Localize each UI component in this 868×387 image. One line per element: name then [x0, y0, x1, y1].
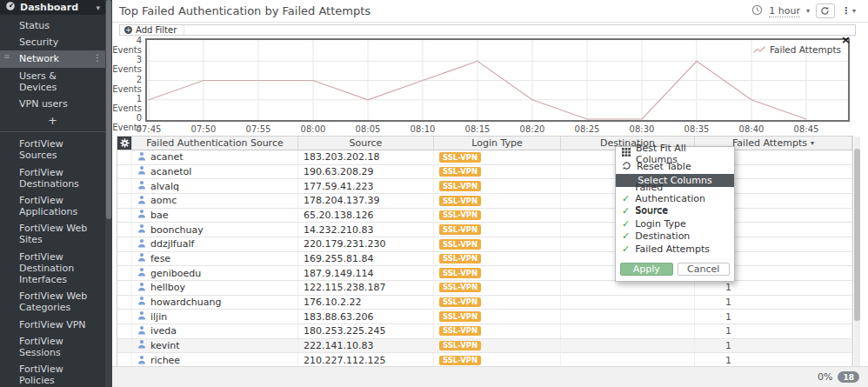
more-options-button[interactable]: ⋮ ▾: [841, 5, 856, 17]
column-header-source[interactable]: Source: [298, 137, 434, 150]
cell-failed-auth-source[interactable]: iljin: [132, 310, 298, 324]
sidebar-item-status[interactable]: Status: [0, 17, 105, 34]
cell-login-type[interactable]: SSL-VPN: [434, 339, 561, 353]
refresh-button[interactable]: [816, 3, 835, 18]
cell-failed-auth-source[interactable]: acanet: [132, 150, 298, 164]
cell-login-type[interactable]: SSL-VPN: [434, 209, 561, 223]
sidebar-item-fortiview-destinations[interactable]: FortiView Destinations: [0, 164, 105, 192]
sidebar-item-security[interactable]: Security: [0, 34, 105, 50]
table-scrollbar[interactable]: [854, 137, 860, 366]
cell-login-type[interactable]: SSL-VPN: [434, 252, 561, 266]
cell-source-ip[interactable]: 176.10.2.22: [298, 296, 434, 310]
sidebar-item-users-devices[interactable]: Users & Devices: [0, 68, 105, 96]
cell-login-type[interactable]: SSL-VPN: [434, 281, 561, 295]
cell-login-type[interactable]: SSL-VPN: [434, 150, 561, 164]
cell-source-ip[interactable]: 122.115.238.187: [298, 281, 434, 295]
sidebar-scrollbar[interactable]: [105, 0, 112, 387]
sidebar-item-fortiview-sources[interactable]: FortiView Sources: [0, 136, 105, 163]
cell-failed-auth-source[interactable]: geniboedu: [132, 266, 298, 280]
sidebar-item-fortiview-applications[interactable]: FortiView Applications: [0, 192, 105, 220]
sidebar-item-fortiview-sessions[interactable]: FortiView Sessions: [0, 333, 105, 361]
cell-failed-attempts[interactable]: 1: [695, 339, 852, 353]
cell-source-ip[interactable]: 169.255.81.84: [298, 252, 434, 266]
cell-failed-auth-source[interactable]: bae: [132, 209, 298, 223]
cell-login-type[interactable]: SSL-VPN: [434, 194, 561, 208]
table-row[interactable]: alvalq 177.59.41.223 SSL-VPN 1: [117, 179, 852, 194]
cell-source-ip[interactable]: 220.179.231.230: [298, 237, 434, 251]
cell-destination[interactable]: [561, 281, 695, 295]
cell-source-ip[interactable]: 177.59.41.223: [298, 179, 434, 193]
sidebar-item-network[interactable]: ≡Network⋮: [0, 50, 105, 67]
table-row[interactable]: howardchuang 176.10.2.22 SSL-VPN 1: [117, 296, 852, 310]
table-row[interactable]: fese 169.255.81.84 SSL-VPN 1: [117, 252, 852, 267]
filter-bar[interactable]: + Add Filter: [119, 24, 856, 36]
cell-failed-auth-source[interactable]: kevint: [132, 339, 298, 353]
chart-close-icon[interactable]: ×: [841, 34, 851, 45]
add-filter-button[interactable]: + Add Filter: [120, 25, 184, 35]
column-header-failed-auth-source[interactable]: Failed Authentication Source: [132, 137, 298, 150]
cell-login-type[interactable]: SSL-VPN: [434, 296, 561, 310]
menu-item-best-fit-all-columns[interactable]: Best Fit All Columns: [616, 147, 734, 160]
cell-login-type[interactable]: SSL-VPN: [434, 179, 561, 193]
cell-login-type[interactable]: SSL-VPN: [434, 237, 561, 251]
sidebar-scrollbar-thumb[interactable]: [106, 0, 111, 219]
sidebar-item-fortiview-web-sites[interactable]: FortiView Web Sites: [0, 220, 105, 248]
cell-source-ip[interactable]: 14.232.210.83: [298, 223, 434, 237]
apply-button[interactable]: Apply: [620, 263, 673, 276]
sidebar-header-dashboard[interactable]: Dashboard ▾: [0, 0, 105, 15]
cell-failed-attempts[interactable]: 1: [695, 281, 852, 295]
cell-source-ip[interactable]: 183.88.63.206: [298, 310, 434, 324]
table-row[interactable]: acanet 183.203.202.18 SSL-VPN 1: [117, 150, 852, 165]
cell-failed-attempts[interactable]: 1: [695, 324, 852, 338]
table-row[interactable]: boonchuay 14.232.210.83 SSL-VPN 1: [117, 223, 852, 237]
table-row[interactable]: iveda 180.253.225.245 SSL-VPN 1: [117, 324, 852, 339]
table-row[interactable]: bae 65.20.138.126 SSL-VPN 1: [117, 209, 852, 224]
cell-login-type[interactable]: SSL-VPN: [434, 223, 561, 237]
menu-column-option-login-type[interactable]: ✓Login Type: [616, 217, 734, 230]
sidebar-item-fortiview-web-categories[interactable]: FortiView Web Categories: [0, 288, 105, 316]
menu-column-option-failed-attempts[interactable]: ✓Failed Attempts: [616, 243, 734, 256]
table-row[interactable]: hellboy 122.115.238.187 SSL-VPN 1: [117, 281, 852, 296]
table-row[interactable]: geniboedu 187.9.149.114 SSL-VPN 1: [117, 266, 852, 281]
cell-destination[interactable]: [561, 324, 695, 338]
cell-source-ip[interactable]: 65.20.138.126: [298, 209, 434, 223]
menu-column-option-destination[interactable]: ✓Destination: [616, 230, 734, 244]
cell-source-ip[interactable]: 190.63.208.29: [298, 165, 434, 179]
cell-failed-attempts[interactable]: 1: [695, 310, 852, 324]
cell-failed-auth-source[interactable]: acanetol: [132, 165, 298, 179]
cell-source-ip[interactable]: 178.204.137.39: [298, 194, 434, 208]
cell-login-type[interactable]: SSL-VPN: [434, 310, 561, 324]
table-row[interactable]: ddzjlfualf 220.179.231.230 SSL-VPN 1: [117, 237, 852, 252]
cancel-button[interactable]: Cancel: [678, 263, 731, 276]
cell-source-ip[interactable]: 222.141.10.83: [298, 339, 434, 353]
cell-destination[interactable]: [561, 310, 695, 324]
cell-failed-auth-source[interactable]: ddzjlfualf: [132, 237, 298, 251]
menu-column-option-failed-authentication-source[interactable]: ✓Failed Authentication Source: [616, 192, 734, 205]
table-row[interactable]: kevint 222.141.10.83 SSL-VPN 1: [117, 339, 852, 354]
cell-failed-auth-source[interactable]: aomc: [132, 194, 298, 208]
cell-login-type[interactable]: SSL-VPN: [434, 324, 561, 338]
sidebar-item-fortiview-policies[interactable]: FortiView Policies: [0, 361, 105, 387]
cell-failed-auth-source[interactable]: iveda: [132, 324, 298, 338]
table-scrollbar-thumb[interactable]: [854, 149, 860, 321]
time-range-dropdown[interactable]: 1 hour: [769, 5, 800, 17]
sidebar-item-fortiview-vpn[interactable]: FortiView VPN: [0, 317, 105, 333]
cell-failed-auth-source[interactable]: boonchuay: [132, 223, 298, 237]
table-row[interactable]: acanetol 190.63.208.29 SSL-VPN 1: [117, 165, 852, 180]
cell-failed-auth-source[interactable]: alvalq: [132, 179, 298, 193]
cell-source-ip[interactable]: 180.253.225.245: [298, 324, 434, 338]
cell-login-type[interactable]: SSL-VPN: [434, 266, 561, 280]
cell-source-ip[interactable]: 183.203.202.18: [298, 150, 434, 164]
cell-failed-auth-source[interactable]: hellboy: [132, 281, 298, 295]
cell-failed-auth-source[interactable]: fese: [132, 252, 298, 266]
sidebar-item-vpn-users[interactable]: VPN users: [0, 96, 105, 112]
sidebar-item-fortiview-destination-interfaces[interactable]: FortiView Destination Interfaces: [0, 249, 105, 289]
kebab-icon[interactable]: ⋮: [93, 53, 102, 63]
table-row[interactable]: aomc 178.204.137.39 SSL-VPN 1: [117, 194, 852, 209]
table-row[interactable]: iljin 183.88.63.206 SSL-VPN 1: [117, 310, 852, 324]
cell-destination[interactable]: [561, 296, 695, 310]
cell-source-ip[interactable]: 187.9.149.114: [298, 266, 434, 280]
sidebar-add-button[interactable]: +: [0, 112, 105, 130]
cell-failed-attempts[interactable]: 1: [695, 296, 852, 310]
column-header-login-type[interactable]: Login Type: [434, 137, 561, 150]
